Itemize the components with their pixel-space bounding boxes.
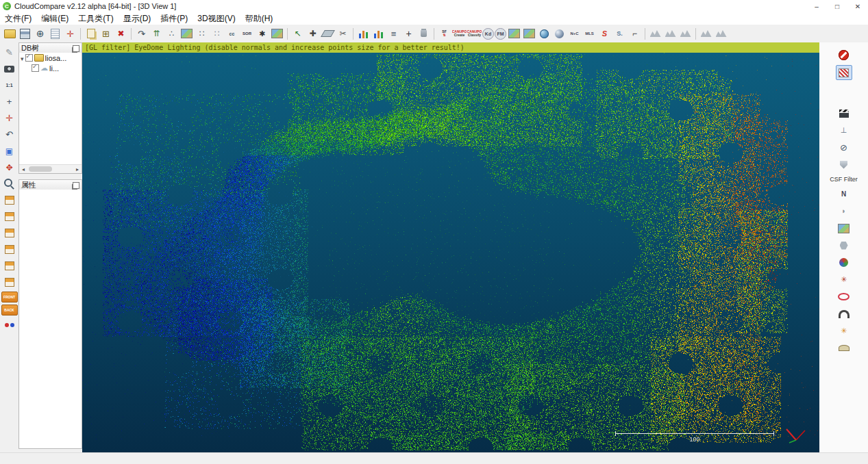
menu-tools[interactable]: 工具类(T): [73, 12, 118, 25]
facet-c-icon[interactable]: [678, 27, 693, 41]
menu-file[interactable]: 文件(F): [0, 12, 36, 25]
scatter-b-icon[interactable]: ∷: [210, 27, 224, 41]
view-back-icon[interactable]: [2, 259, 16, 273]
facet-e-icon[interactable]: [714, 27, 728, 41]
global-shift-icon[interactable]: ⊕: [33, 27, 47, 41]
zoom-fit-icon[interactable]: +: [2, 94, 16, 109]
noise-filter-icon[interactable]: ✱: [255, 27, 269, 41]
scroll-thumb[interactable]: [29, 166, 52, 172]
histogram-icon[interactable]: [356, 27, 371, 41]
view-left-icon[interactable]: [2, 226, 16, 240]
menu-display[interactable]: 显示(D): [119, 12, 156, 25]
shield-icon[interactable]: [836, 157, 851, 172]
minimize-button[interactable]: –: [806, 0, 827, 12]
sketch-icon[interactable]: S.: [612, 27, 627, 41]
magnet-icon[interactable]: [836, 307, 851, 321]
view-right-icon[interactable]: [2, 242, 16, 257]
tree-checkbox-root[interactable]: [25, 54, 33, 62]
view-front-icon[interactable]: [2, 209, 16, 224]
canupo-classify-icon[interactable]: CANUPOClassify: [467, 27, 482, 41]
sor-filter-icon[interactable]: SOR: [240, 27, 254, 41]
tree-item-cloud[interactable]: li...: [19, 63, 82, 73]
menu-3dviews[interactable]: 3D视图(V): [193, 12, 240, 25]
screenshot-camera-icon[interactable]: [2, 62, 16, 76]
clamp-icon[interactable]: ⌐: [628, 27, 642, 41]
canupo-create-icon[interactable]: CANUPOCreate: [452, 27, 467, 41]
magnifier-icon[interactable]: [2, 177, 16, 191]
pan-icon[interactable]: ✥: [2, 160, 16, 175]
maximize-button[interactable]: □: [827, 0, 847, 12]
trash-icon[interactable]: [417, 27, 431, 41]
hex-icon[interactable]: [836, 238, 851, 253]
translate-rotate-icon[interactable]: ✚: [306, 27, 320, 41]
menu-plugins[interactable]: 插件(P): [156, 12, 193, 25]
cc-distance-icon[interactable]: cc: [225, 27, 239, 41]
octree-icon[interactable]: [179, 27, 194, 41]
menu-edit[interactable]: 编辑(E): [36, 12, 73, 25]
pivot-icon[interactable]: ✛: [2, 111, 16, 125]
clipping-plane-icon[interactable]: [321, 27, 335, 41]
sf-gradient-icon[interactable]: SF⇅: [437, 27, 451, 41]
pencil-icon[interactable]: ✎: [2, 45, 16, 60]
protractor-icon[interactable]: [836, 341, 851, 355]
view-top-icon[interactable]: [2, 193, 16, 207]
add-icon[interactable]: +: [401, 27, 416, 41]
tree-item-root[interactable]: liosa...: [19, 53, 82, 63]
facet-d-icon[interactable]: [699, 27, 713, 41]
stereo-icon[interactable]: [2, 318, 16, 332]
bird-icon[interactable]: ◗: [836, 204, 851, 218]
fm-icon[interactable]: FM: [495, 28, 506, 40]
save-icon[interactable]: [18, 27, 32, 41]
view-iso-back-icon[interactable]: BACK: [1, 305, 18, 315]
gear-dark-icon[interactable]: ✳: [836, 272, 851, 287]
delete-icon[interactable]: ✖: [114, 27, 128, 41]
level-icon[interactable]: ↷: [134, 27, 149, 41]
edl-filter-icon[interactable]: [836, 65, 852, 80]
ransac-icon[interactable]: S: [597, 27, 612, 41]
facet-a-icon[interactable]: [648, 27, 662, 41]
tree-expander-icon[interactable]: [21, 54, 24, 62]
merge-icon[interactable]: ⊞: [99, 27, 113, 41]
pick-arrow-icon[interactable]: ↖: [290, 27, 305, 41]
statistics-icon[interactable]: [371, 27, 386, 41]
view-bottom-icon[interactable]: [2, 275, 16, 289]
image-b-icon[interactable]: [522, 27, 536, 41]
tree-checkbox-cloud[interactable]: [32, 64, 39, 72]
scroll-track[interactable]: [27, 165, 73, 173]
scroll-right-arrow[interactable]: ▸: [73, 165, 82, 173]
3d-view[interactable]: [GL filter] EyeDome Lighting (disable no…: [82, 42, 819, 453]
render-mode-icon[interactable]: ▣: [2, 144, 16, 158]
properties-float-button[interactable]: [73, 182, 79, 189]
tree-horizontal-scrollbar[interactable]: ◂ ▸: [19, 164, 82, 173]
subsample-icon[interactable]: ∴: [164, 27, 179, 41]
no-entry-icon[interactable]: [836, 48, 851, 62]
close-button[interactable]: ✕: [847, 0, 868, 12]
db-tree-float-button[interactable]: [73, 45, 79, 52]
point-cloud-canvas[interactable]: [82, 53, 819, 453]
fine-registration-icon[interactable]: ⇈: [149, 27, 164, 41]
rasterize-icon[interactable]: [270, 27, 284, 41]
facet-b-icon[interactable]: [663, 27, 678, 41]
globe-icon[interactable]: [537, 27, 551, 41]
levels-icon[interactable]: ≡: [386, 27, 401, 41]
mls-icon[interactable]: MLS: [582, 27, 597, 41]
plumb-icon[interactable]: ⊥: [836, 123, 851, 138]
normals-n-icon[interactable]: N: [836, 187, 851, 201]
menu-help[interactable]: 帮助(H): [240, 12, 278, 25]
clone-icon[interactable]: [84, 27, 98, 41]
view-iso-front-icon[interactable]: FRONT: [1, 292, 18, 302]
m3c2-icon[interactable]: [836, 221, 851, 235]
image-a-icon[interactable]: [507, 27, 521, 41]
rgb-sphere-icon[interactable]: [836, 255, 851, 270]
scatter-a-icon[interactable]: ∷: [195, 27, 209, 41]
open-icon[interactable]: [3, 27, 17, 41]
ellipse-icon[interactable]: [836, 289, 851, 304]
properties-list-icon[interactable]: [48, 27, 62, 41]
rotate-view-icon[interactable]: ↶: [2, 127, 16, 142]
apply-transformation-icon[interactable]: ✛: [63, 27, 77, 41]
normals-curvature-icon[interactable]: N+C: [567, 27, 582, 41]
animation-icon[interactable]: [836, 106, 851, 120]
scroll-left-arrow[interactable]: ◂: [19, 165, 27, 173]
mesh-sphere-icon[interactable]: [552, 27, 567, 41]
kd-tree-icon[interactable]: Kd: [482, 28, 494, 40]
